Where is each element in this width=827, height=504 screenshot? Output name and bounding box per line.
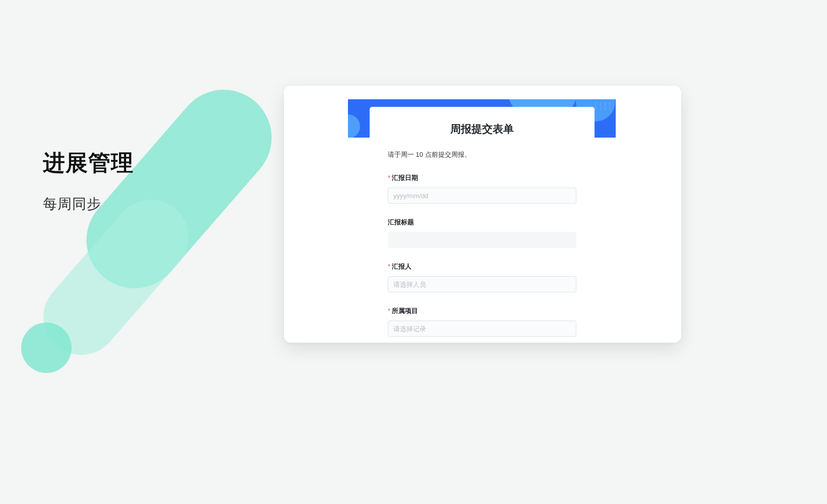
form-title: 周报提交表单	[370, 122, 595, 136]
field-label: 汇报日期	[388, 173, 576, 182]
banner-dots-icon: ::::::::	[594, 102, 613, 111]
field-report-date: 汇报日期	[388, 173, 576, 204]
hero-subtitle: 每周同步	[43, 195, 101, 214]
banner-bubble-icon	[348, 114, 360, 138]
decorative-circle	[21, 323, 72, 373]
project-select[interactable]	[388, 321, 576, 337]
field-label: 所属项目	[388, 306, 576, 316]
field-label: 汇报标题	[388, 218, 576, 227]
field-project: 所属项目	[388, 306, 576, 337]
form-card: :::::::: 周报提交表单 请于周一 10 点前提交周报。 汇报日期 汇报标…	[284, 86, 681, 343]
report-date-input[interactable]	[388, 187, 576, 204]
field-report-title: 汇报标题	[388, 218, 576, 248]
reporter-select[interactable]	[388, 276, 576, 292]
hero-title: 进展管理	[43, 148, 134, 178]
form-intro-text: 请于周一 10 点前提交周报。	[388, 150, 576, 159]
field-label: 汇报人	[388, 262, 576, 271]
report-title-input[interactable]	[388, 232, 576, 248]
form-panel: 周报提交表单 请于周一 10 点前提交周报。 汇报日期 汇报标题 汇报人 所属项…	[370, 107, 595, 343]
field-reporter: 汇报人	[388, 262, 576, 292]
